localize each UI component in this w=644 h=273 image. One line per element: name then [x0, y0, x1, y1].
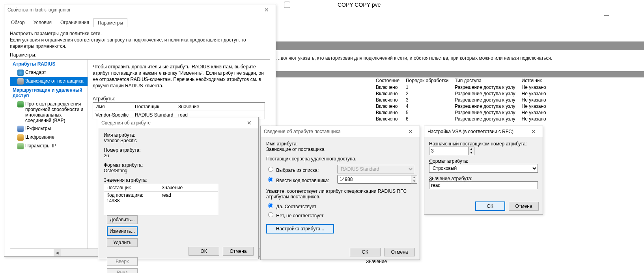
vsa-num-input[interactable] [429, 147, 469, 155]
vsa-config-dialog: Настройка VSA (в соответствии с RFC) ✕ Н… [424, 126, 543, 215]
attr-name-value: Зависящие от поставщика [266, 147, 414, 152]
vsa-val-input[interactable] [429, 181, 538, 189]
cell: Не указано [519, 84, 549, 90]
column-header: Порядок обработки [403, 77, 452, 84]
desc-line-2: Если условия и ограничения соответствуют… [10, 37, 270, 49]
tree-item-label: Стандарт [25, 70, 46, 75]
tree-item-bap[interactable]: Протокол распределения пропускной способ… [10, 100, 88, 124]
tree-item-label: Шифрование [25, 134, 54, 140]
params-tree: Атрибуты RADIUS Стандарт Зависящие от по… [10, 60, 88, 249]
window-title: Свойства mikrotik-login-junior [7, 7, 261, 13]
attr-fmt-value: OctetString [104, 168, 253, 173]
attr-name-label: Имя атрибута: [266, 141, 414, 147]
col-vendor: Поставщик [133, 103, 176, 111]
cell: Разрешение доступа к узлу [452, 103, 518, 109]
attr-name-label: Имя атрибута: [104, 132, 253, 138]
table-row[interactable]: Включено5Разрешение доступа к узлуНе ука… [373, 109, 549, 116]
tab-условия[interactable]: Условия [29, 18, 56, 27]
table-row[interactable]: Включено3Разрешение доступа к узлуНе ука… [373, 97, 549, 103]
cancel-button[interactable]: Отмена [223, 247, 254, 256]
spin-down-icon[interactable]: ▼ [411, 179, 417, 183]
attr-fmt-label: Формат атрибута: [104, 162, 253, 168]
ok-button[interactable]: ОК [189, 247, 219, 256]
tab-параметры[interactable]: Параметры [93, 18, 127, 27]
list-item[interactable]: Код поставщика: 14988read [104, 192, 218, 204]
cell: Включено [373, 116, 403, 122]
delete-button[interactable]: Удалить [107, 238, 138, 247]
cell: Не указано [519, 97, 549, 103]
tree-item-ip-filters[interactable]: IP-фильтры [10, 124, 88, 133]
vsa-fmt-select[interactable]: Строковый [429, 164, 538, 173]
bg-toolbar [276, 41, 644, 50]
minimize-button[interactable]: — [601, 13, 612, 18]
attr-values-label: Значения атрибута: [104, 177, 253, 183]
attr-num-value: 26 [104, 153, 253, 158]
cell: Разрешение доступа к узлу [452, 90, 518, 97]
cancel-button[interactable]: Отмена [384, 248, 415, 256]
cell: 6 [403, 116, 452, 122]
bg-app-title: COPY COPY pve [338, 2, 381, 8]
table-row[interactable]: Включено2Разрешение доступа к узлуНе ука… [373, 90, 549, 97]
close-icon[interactable]: ✕ [243, 120, 255, 126]
dialog-title: Сведения об атрибуте [101, 120, 243, 126]
tab-обзор[interactable]: Обзор [7, 18, 29, 27]
attr-values-list[interactable]: ПоставщикЗначение Код поставщика: 14988r… [104, 184, 218, 215]
col-value: Значение [176, 103, 265, 111]
filter-icon [17, 126, 24, 132]
spin-up-icon[interactable]: ▲ [469, 147, 474, 151]
configure-attribute-button[interactable]: Настройка атрибута... [266, 224, 334, 233]
cell: Разрешение доступа к узлу [452, 116, 518, 122]
cell: Код поставщика: 14988 [104, 192, 159, 204]
tree-item-ip-params[interactable]: Параметры IP [10, 142, 88, 151]
close-icon[interactable]: ✕ [261, 7, 273, 13]
gear-icon [17, 78, 24, 85]
attribute-info-dialog: Сведения об атрибуте ✕ Имя атрибута:Vend… [98, 117, 259, 259]
cell: 1 [403, 84, 452, 90]
radio-select-from-list[interactable]: Выбрать из списка: [266, 166, 337, 173]
tab-ограничения[interactable]: Ограничения [56, 18, 93, 27]
attr-num-label: Номер атрибута: [104, 147, 253, 153]
close-icon[interactable]: ✕ [405, 128, 416, 135]
edit-button[interactable]: Изменить... [107, 226, 138, 236]
ok-button[interactable]: ОК [475, 201, 505, 211]
table-row[interactable]: Включено1Разрешение доступа к узлуНе ука… [373, 84, 549, 90]
category-radius: Атрибуты RADIUS [10, 60, 88, 68]
move-up-button: Вверх [107, 257, 138, 266]
tree-item-label: IP-фильтры [25, 126, 51, 131]
rfc-question-label: Укажите, соответствует ли атрибут специф… [266, 188, 414, 200]
tree-item-encryption[interactable]: Шифрование [10, 133, 88, 142]
tree-item-vendor-specific[interactable]: Зависящие от поставщика [10, 77, 88, 86]
radio-rfc-yes[interactable]: Да. Соответствует [266, 204, 316, 209]
radio-enter-vendor-code[interactable]: Ввести код поставщика: [266, 176, 337, 183]
table-row[interactable]: Включено4Разрешение доступа к узлуНе ука… [373, 103, 549, 109]
cell: Включено [373, 90, 403, 97]
cancel-button[interactable]: Отмена [509, 202, 539, 211]
vendor-list-select: RADIUS Standard [337, 165, 414, 173]
radio-label: Да. Соответствует [276, 204, 316, 209]
radio-rfc-no[interactable]: Нет, не соответствует [266, 213, 324, 218]
spin-up-icon[interactable]: ▲ [411, 175, 417, 179]
vendor-attribute-dialog: Сведения об атрибуте поставщика ✕ Имя ат… [260, 126, 420, 260]
column-header: Состояние [373, 77, 403, 84]
category-routing: Маршрутизация и удаленный доступ [10, 86, 88, 100]
lock-icon [17, 134, 24, 141]
desc-line-1: Настроить параметры для политики сети. [10, 30, 270, 37]
cell: Включено [373, 109, 403, 116]
vendor-code-input[interactable] [337, 175, 411, 184]
tree-item-standard[interactable]: Стандарт [10, 68, 88, 77]
col-value: Значение [159, 184, 185, 191]
table-row[interactable]: Включено6Разрешение доступа к узлуНе ука… [373, 116, 549, 122]
move-down-button: Вниз [107, 268, 138, 273]
cell: Не указано [519, 90, 549, 97]
server-vendor-label: Поставщик сервера удаленного доступа. [266, 156, 414, 162]
close-icon[interactable]: ✕ [528, 128, 539, 135]
column-header: Тип доступа [452, 77, 518, 84]
spin-down-icon[interactable]: ▼ [469, 151, 474, 155]
col-name: Имя [93, 103, 133, 111]
scroll-left-icon[interactable]: ◄ [54, 249, 61, 256]
ok-button[interactable]: ОК [350, 248, 381, 256]
add-button[interactable]: Добавить... [107, 215, 138, 224]
attr-name-value: Vendor-Specific [104, 138, 253, 143]
attributes-label: Атрибуты: [93, 96, 265, 102]
cell: Разрешение доступа к узлу [452, 109, 518, 116]
